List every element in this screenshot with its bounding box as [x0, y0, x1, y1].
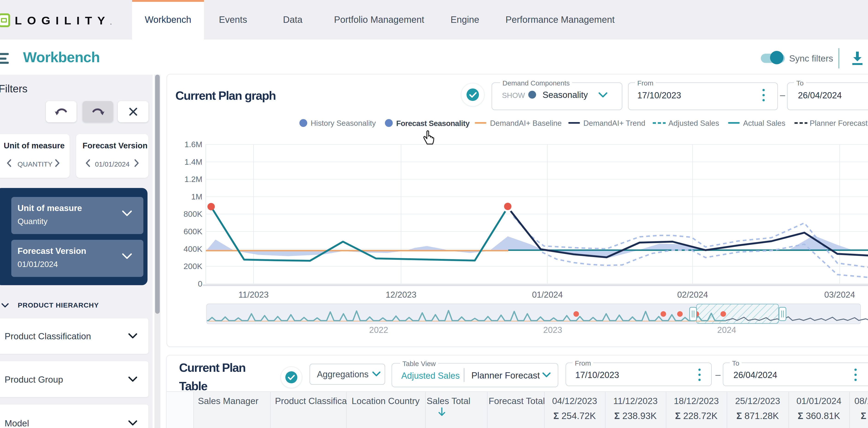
svg-text:1M: 1M: [191, 192, 203, 201]
svg-text:01/2024: 01/2024: [532, 290, 563, 299]
svg-text:03/2024: 03/2024: [824, 290, 855, 299]
svg-text:2023: 2023: [543, 325, 562, 335]
svg-text:12/2023: 12/2023: [385, 290, 416, 299]
svg-text:1.2M: 1.2M: [184, 175, 203, 184]
svg-text:02/2024: 02/2024: [677, 290, 708, 299]
svg-text:400K: 400K: [183, 244, 203, 253]
svg-text:0: 0: [198, 279, 203, 288]
svg-text:11/2023: 11/2023: [239, 290, 269, 299]
svg-text:200K: 200K: [183, 262, 203, 271]
svg-text:800K: 800K: [183, 209, 203, 218]
svg-text:2022: 2022: [369, 325, 388, 335]
svg-text:600K: 600K: [183, 227, 203, 236]
svg-text:1.4M: 1.4M: [184, 157, 203, 166]
svg-text:2024: 2024: [717, 325, 736, 335]
svg-text:1.6M: 1.6M: [184, 140, 203, 149]
